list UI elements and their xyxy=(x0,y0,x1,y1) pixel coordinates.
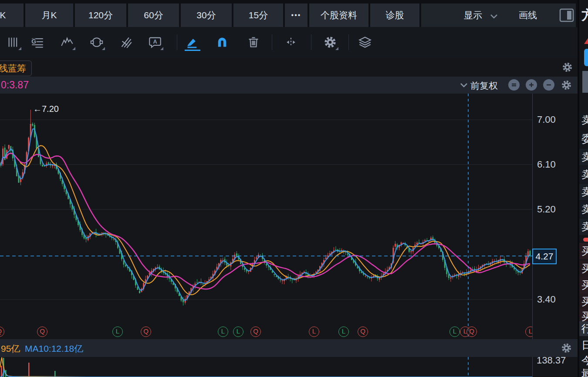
volume-settings-gear-icon[interactable] xyxy=(561,343,572,353)
current-price-label: 4.27 xyxy=(532,249,557,264)
chevron-down-icon[interactable] xyxy=(460,83,468,88)
volume-header-row: 95亿 MA10:12.18亿 xyxy=(0,339,578,357)
high-price-annotation: ←7.20 xyxy=(33,104,59,114)
candlestick-plot xyxy=(0,94,532,339)
vertical-lines-icon[interactable] xyxy=(3,33,23,52)
order-book-row-卖: 卖 xyxy=(579,149,588,165)
price-tick: 3.40 xyxy=(537,294,556,305)
toolbar-divider xyxy=(177,34,177,50)
pencil-active-indicator xyxy=(185,50,200,51)
volume-ma10-label: MA10:12.18亿 xyxy=(25,343,83,355)
event-marker-L[interactable]: L xyxy=(309,327,319,337)
order-book-row-今: 今 xyxy=(579,354,588,367)
tab-month-k[interactable]: 月K xyxy=(25,3,73,27)
event-marker-L[interactable]: L xyxy=(233,327,243,337)
order-book-row-买: 买 xyxy=(579,243,588,259)
trash-icon[interactable] xyxy=(244,33,263,52)
order-book-row-卖: 卖 xyxy=(579,219,588,235)
chevron-down-icon[interactable] xyxy=(490,14,498,19)
draw-line-menu[interactable]: 画线 xyxy=(519,9,537,21)
order-book-row-买: 买 xyxy=(579,293,588,310)
event-marker-Q[interactable]: Q xyxy=(37,327,47,337)
tab-15min[interactable]: 15分 xyxy=(233,3,283,27)
tab-more-periods[interactable]: ••• xyxy=(285,3,308,27)
order-book-row-卖: 卖 xyxy=(579,201,588,218)
split-view-icon[interactable] xyxy=(281,33,301,52)
price-tick: 7.00 xyxy=(537,114,556,125)
pitchfork-icon[interactable] xyxy=(117,33,136,52)
stock-concept-tag[interactable]: 线蓝筹 xyxy=(0,61,32,76)
candlestick-chart[interactable]: ←7.20 QQLQLLQLLQLLQL xyxy=(0,94,532,340)
order-book-row-买: 买 xyxy=(579,260,588,277)
indicator-settings-gear-icon[interactable] xyxy=(562,62,573,73)
display-menu[interactable]: 显示 xyxy=(464,9,482,21)
price-tick: 5.20 xyxy=(537,204,556,215)
chart-settings-gear-icon[interactable] xyxy=(561,80,572,91)
event-marker-L[interactable]: L xyxy=(338,327,349,337)
reset-zoom-button[interactable] xyxy=(508,79,520,91)
period-tab-bar: 周K 月K 120分 60分 30分 15分 ••• 个股资料 诊股 显示 画线 xyxy=(0,0,588,27)
ellipse-tool-icon[interactable] xyxy=(87,33,106,52)
settings-gear-icon[interactable] xyxy=(321,33,340,52)
event-marker-Q[interactable]: Q xyxy=(358,327,368,337)
event-marker-Q[interactable]: Q xyxy=(141,327,151,337)
stock-chart-app: 周K 月K 120分 60分 30分 15分 ••• 个股资料 诊股 显示 画线… xyxy=(0,0,588,377)
tabbar-right-zone: 显示 画线 xyxy=(421,3,576,27)
volume-ma5-partial: 95亿 xyxy=(1,343,20,355)
layers-icon[interactable] xyxy=(355,33,375,52)
toolbar-divider xyxy=(348,34,349,50)
gann-lines-icon[interactable]: G xyxy=(28,33,47,52)
order-book-row-买: 买 xyxy=(579,277,588,293)
panel-tab-selected[interactable] xyxy=(579,71,588,93)
ma-value-partial: 0:3.87 xyxy=(1,79,29,91)
order-book-row-最: 最 xyxy=(579,369,588,377)
tab-week-k[interactable]: 周K xyxy=(0,3,24,27)
volume-plot xyxy=(0,357,532,377)
pencil-icon[interactable] xyxy=(183,33,202,52)
order-book-row-卖: 卖 xyxy=(579,166,588,183)
volume-axis-value: 138.37 xyxy=(537,355,566,366)
event-marker-Q[interactable]: Q xyxy=(466,327,477,337)
order-book-row-行: 行 xyxy=(579,321,588,336)
order-book-row-卖: 卖 xyxy=(579,184,588,200)
tab-30min[interactable]: 30分 xyxy=(181,3,232,27)
volume-chart[interactable] xyxy=(0,357,532,377)
panel-toggle-icon[interactable] xyxy=(559,8,574,23)
zoom-out-button[interactable] xyxy=(543,79,554,91)
event-marker-Q[interactable]: Q xyxy=(250,327,261,337)
event-marker-L[interactable]: L xyxy=(218,327,228,337)
adjust-mode-label[interactable]: 前复权 xyxy=(470,80,498,92)
tab-stock-info[interactable]: 个股资料 xyxy=(309,3,368,27)
drawing-toolbar: G A xyxy=(0,27,588,58)
price-axis: 7.006.105.203.40 4.27 xyxy=(532,94,578,377)
toolbar-divider xyxy=(272,34,272,50)
svg-text:A: A xyxy=(153,39,157,45)
price-tick: 6.10 xyxy=(537,159,556,170)
tab-120min[interactable]: 120分 xyxy=(75,3,126,27)
trade-button-partial[interactable] xyxy=(579,48,588,67)
price-up-triangle-icon xyxy=(579,32,588,45)
toolbar-divider xyxy=(311,34,311,50)
text-annotation-icon[interactable]: A xyxy=(145,33,165,52)
event-marker-L[interactable]: L xyxy=(449,327,460,337)
adjust-bar: 0:3.87 前复权 xyxy=(0,77,578,94)
zoom-in-button[interactable] xyxy=(526,79,537,91)
order-book-panel: 方卖委卖卖卖卖卖买买买买买行日今最 xyxy=(578,0,588,377)
order-book-row-委: 委 xyxy=(579,131,588,147)
tab-60min[interactable]: 60分 xyxy=(128,3,179,27)
magnet-icon[interactable] xyxy=(213,33,232,52)
event-marker-L[interactable]: L xyxy=(112,327,123,337)
stock-name-partial: 方 xyxy=(579,5,588,25)
tab-diagnose[interactable]: 诊股 xyxy=(370,3,419,27)
chart-header-row: 线蓝筹 xyxy=(0,58,578,77)
order-book-row-卖: 卖 xyxy=(579,112,588,128)
svg-text:G: G xyxy=(31,38,36,45)
order-book-row-日: 日 xyxy=(579,338,588,353)
wave-line-icon[interactable] xyxy=(57,33,77,52)
spread-divider-pill xyxy=(579,237,588,242)
